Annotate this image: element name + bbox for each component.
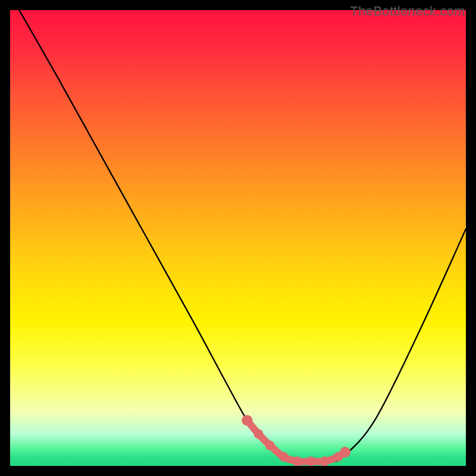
marker-dot (265, 441, 275, 450)
plot-area (10, 10, 466, 466)
bottleneck-curve (19, 10, 466, 462)
marker-connector (247, 420, 345, 461)
marker-dot (320, 456, 330, 466)
marker-dot (254, 429, 264, 439)
marker-dot (279, 452, 289, 462)
marker-dot (306, 456, 316, 466)
highlight-markers (242, 415, 350, 466)
marker-dot (242, 415, 252, 425)
watermark-text: TheBottleneck.com (350, 4, 465, 19)
marker-dot (293, 456, 302, 466)
chart-svg (10, 10, 466, 466)
marker-dot (340, 447, 350, 458)
